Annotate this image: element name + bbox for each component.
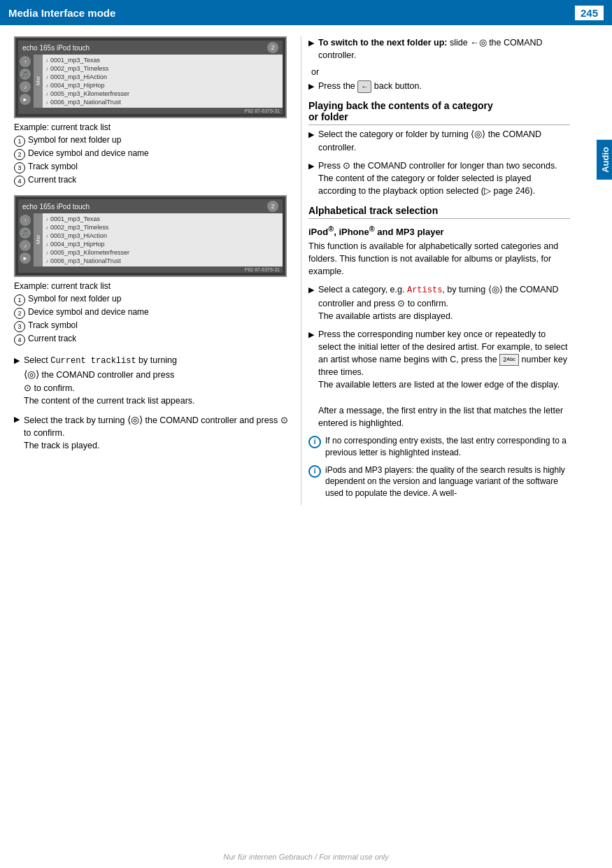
- num-key-icon: 2Abc: [499, 354, 519, 366]
- bullet-next-folder: ▶ To switch to the next folder up: slide…: [308, 36, 570, 62]
- section-intro: This function is available for alphabeti…: [308, 240, 570, 278]
- caption-1: Example: current track list: [14, 122, 291, 132]
- num-badge: 3: [14, 321, 25, 332]
- icon-4: ►: [20, 94, 31, 105]
- list-item: 2Device symbol and device name: [14, 148, 291, 160]
- screen-sidebar-2: ↑ 🎵 ♪ ► Mei ♪0001_mp3_Texas ♪0002_mp3_Ti…: [18, 213, 283, 266]
- bullet-arrow: ▶: [308, 285, 314, 296]
- screen-tracks-2: ♪0001_mp3_Texas ♪0002_mp3_Timeless ♪0003…: [43, 213, 283, 266]
- num-badge: 3: [14, 162, 25, 173]
- list-1: 1Symbol for next folder up 2Device symbo…: [14, 135, 291, 187]
- bullet-text: Select a category, e.g. Artists, by turn…: [318, 283, 570, 322]
- bullet-arrow: ▶: [308, 129, 314, 141]
- sub-heading-devices: iPod®, iPhone® and MP3 player: [308, 225, 570, 237]
- num-badge: 1: [14, 294, 25, 306]
- bullet-text: Select Current tracklist by turning ⟨◎⟩ …: [24, 354, 195, 407]
- screen-header-1: echo 165s iPod touch 2: [18, 41, 283, 55]
- track-item: ♪0004_mp3_HipHop: [45, 240, 280, 248]
- list-item: 3Track symbol: [14, 162, 291, 173]
- screen-footer-2: P82 87-6379-31: [18, 266, 283, 273]
- bullet-arrow: ▶: [308, 38, 314, 49]
- screen-left-label-2: Mei: [34, 213, 43, 266]
- list-item: 1Symbol for next folder up: [14, 294, 291, 306]
- track-item: ♪0006_mp3_NationalTrust: [45, 257, 280, 265]
- track-item: ♪0005_mp3_Kilometerfresser: [45, 90, 280, 98]
- screen-header-2: echo 165s iPod touch 2: [18, 199, 283, 213]
- icon-1: ↑: [20, 56, 31, 67]
- screen-footer-1: P82 87-6379-31: [18, 108, 283, 114]
- screen-mockup-2: echo 165s iPod touch 2 ↑ 🎵 ♪ ► Mei ♪0001…: [14, 195, 287, 277]
- bullet-arrow: ▶: [308, 329, 314, 341]
- bullet-select-artists: ▶ Select a category, e.g. Artists, by tu…: [308, 283, 570, 322]
- screen-icons-2: ↑ 🎵 ♪ ►: [18, 213, 34, 266]
- screen-mockup-1: echo 165s iPod touch 2 ↑ 🎵 ♪ ► Mei ♪0001…: [14, 36, 287, 118]
- list-item: 4Current track: [14, 334, 291, 346]
- bullet-arrow: ▶: [308, 81, 314, 92]
- track-item: ♪0002_mp3_Timeless: [45, 64, 280, 73]
- info-note-1: i If no corresponding entry exists, the …: [308, 435, 570, 459]
- screen-icons-1: ↑ 🎵 ♪ ►: [18, 55, 34, 108]
- list-item: 1Symbol for next folder up: [14, 135, 291, 147]
- list-item: 4Current track: [14, 175, 291, 187]
- icon-2b: 🎵: [20, 227, 31, 239]
- left-column: echo 165s iPod touch 2 ↑ 🎵 ♪ ► Mei ♪0001…: [0, 36, 301, 505]
- bullet-select-tracklist: ▶ Select Current tracklist by turning ⟨◎…: [14, 354, 291, 407]
- screen-sidebar-1: ↑ 🎵 ♪ ► Mei ♪0001_mp3_Texas ♪0002_mp3_Ti…: [18, 55, 283, 108]
- header-title: Media Interface mode: [8, 7, 115, 19]
- device-name-1: echo 165s iPod touch: [22, 44, 90, 52]
- list-item: 3Track symbol: [14, 320, 291, 332]
- right-column: ▶ To switch to the next folder up: slide…: [301, 36, 591, 505]
- icon-2: 🎵: [20, 69, 31, 80]
- icon-3: ♪: [20, 81, 31, 92]
- track-item: ♪0002_mp3_Timeless: [45, 223, 280, 232]
- track-item: ♪0001_mp3_Texas: [45, 56, 280, 64]
- screen-tracks-1: ♪0001_mp3_Texas ♪0002_mp3_Timeless ♪0003…: [43, 55, 283, 108]
- bullet-arrow: ▶: [14, 355, 20, 367]
- bullet-text: Select the track by turning ⟨◎⟩ the COMA…: [24, 413, 291, 453]
- list-item: 2Device symbol and device name: [14, 307, 291, 319]
- list-2: 1Symbol for next folder up 2Device symbo…: [14, 294, 291, 346]
- caption-2: Example: current track list: [14, 281, 291, 291]
- num-badge: 4: [14, 176, 25, 187]
- info-text: If no corresponding entry exists, the la…: [325, 435, 570, 459]
- track-item: ♪0006_mp3_NationalTrust: [45, 98, 280, 106]
- num-badge: 2: [14, 149, 25, 160]
- bullet-text: To switch to the next folder up: slide ←…: [318, 36, 570, 62]
- icon-1b: ↑: [20, 215, 31, 226]
- bullet-text: Press ⊙ the COMAND controller for longer…: [318, 159, 570, 197]
- bullet-back-button: ▶ Press the ← back button.: [308, 80, 570, 93]
- icon-4b: ►: [20, 252, 31, 264]
- track-item: ♪0003_mp3_HiAction: [45, 73, 280, 81]
- num-badge: 4: [14, 334, 25, 346]
- bullet-select-track: ▶ Select the track by turning ⟨◎⟩ the CO…: [14, 413, 291, 453]
- screen-left-label-1: Mei: [34, 55, 43, 108]
- track-item: ♪0003_mp3_HiAction: [45, 232, 280, 240]
- bullet-select-category: ▶ Select the category or folder by turni…: [308, 128, 570, 154]
- bullet-text: Select the category or folder by turning…: [318, 128, 570, 154]
- or-text: or: [311, 67, 570, 77]
- footer: Nur für internen Gebrauch / For internal…: [0, 853, 612, 861]
- device-name-2: echo 165s iPod touch: [22, 203, 90, 211]
- page-number: 245: [575, 6, 604, 20]
- section-heading-playback: Playing back the contents of a categoryo…: [308, 100, 570, 125]
- icon-3b: ♪: [20, 240, 31, 251]
- badge-2: 2: [267, 201, 278, 212]
- track-item: ♪0005_mp3_Kilometerfresser: [45, 248, 280, 257]
- back-button-icon: ←: [357, 80, 371, 94]
- num-badge: 1: [14, 136, 25, 147]
- badge-1: 2: [267, 42, 278, 53]
- bullet-number-key: ▶ Press the corresponding number key onc…: [308, 328, 570, 429]
- header: Media Interface mode 245: [0, 0, 612, 25]
- info-icon: i: [308, 436, 321, 448]
- bullet-text: Press the ← back button.: [318, 80, 422, 93]
- info-note-2: i iPods and MP3 players: the quality of …: [308, 464, 570, 499]
- track-item: ♪0004_mp3_HipHop: [45, 81, 280, 90]
- info-icon: i: [308, 465, 321, 478]
- main-content: echo 165s iPod touch 2 ↑ 🎵 ♪ ► Mei ♪0001…: [0, 25, 612, 505]
- num-badge: 2: [14, 308, 25, 319]
- track-item: ♪0001_mp3_Texas: [45, 215, 280, 223]
- bullet-text: Press the corresponding number key once …: [318, 328, 570, 429]
- bullet-arrow: ▶: [308, 161, 314, 172]
- bullet-arrow: ▶: [14, 414, 20, 425]
- section-heading-alphabetical: Alphabetical track selection: [308, 205, 570, 219]
